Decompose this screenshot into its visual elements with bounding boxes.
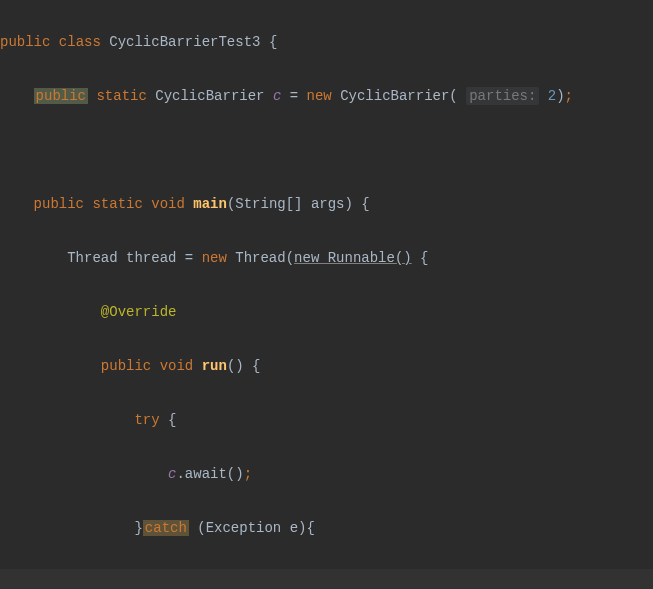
keyword-public: public bbox=[0, 34, 50, 50]
code-line: c.await(); bbox=[0, 461, 653, 488]
decl: Thread thread = bbox=[67, 250, 201, 266]
code-line: public static void main(String[] args) { bbox=[0, 191, 653, 218]
semicolon: ; bbox=[565, 88, 573, 104]
open-brace: { bbox=[269, 34, 277, 50]
code-line: try { bbox=[0, 407, 653, 434]
type-name: CyclicBarrier bbox=[155, 88, 264, 104]
static-field: c bbox=[273, 88, 281, 104]
keyword-class: class bbox=[59, 34, 101, 50]
annotation-override: @Override bbox=[101, 304, 177, 320]
semicolon: ; bbox=[244, 466, 252, 482]
keyword-static: static bbox=[96, 88, 146, 104]
code-line: }catch (Exception e){ bbox=[0, 515, 653, 542]
code-line-current bbox=[0, 569, 653, 589]
class-name: CyclicBarrierTest3 bbox=[109, 34, 260, 50]
rest: () { bbox=[227, 358, 261, 374]
code-line: public class CyclicBarrierTest3 { bbox=[0, 29, 653, 56]
keyword-new: new bbox=[202, 250, 227, 266]
keyword-void: void bbox=[160, 358, 194, 374]
method-run: run bbox=[202, 358, 227, 374]
keyword-new: new bbox=[307, 88, 332, 104]
method-call: .await() bbox=[176, 466, 243, 482]
number-literal: 2 bbox=[548, 88, 556, 104]
ctor-call: Thread( bbox=[227, 250, 294, 266]
equals: = bbox=[290, 88, 298, 104]
open-brace: { bbox=[168, 412, 176, 428]
anonymous-runnable: new Runnable() bbox=[294, 250, 412, 266]
keyword-public: public bbox=[34, 196, 84, 212]
close-brace: } bbox=[134, 520, 142, 536]
open-brace: { bbox=[412, 250, 429, 266]
catch-clause: (Exception e){ bbox=[189, 520, 315, 536]
method-main: main bbox=[193, 196, 227, 212]
code-line: @Override bbox=[0, 299, 653, 326]
code-line: public static CyclicBarrier c = new Cycl… bbox=[0, 83, 653, 110]
code-line: Thread thread = new Thread(new Runnable(… bbox=[0, 245, 653, 272]
code-editor[interactable]: public class CyclicBarrierTest3 { public… bbox=[0, 0, 653, 589]
method-params: (String[] args) bbox=[227, 196, 353, 212]
open-brace: { bbox=[361, 196, 369, 212]
keyword-public: public bbox=[101, 358, 151, 374]
keyword-void: void bbox=[151, 196, 185, 212]
keyword-try: try bbox=[134, 412, 159, 428]
code-line-empty bbox=[0, 137, 653, 164]
keyword-public-highlighted: public bbox=[34, 88, 88, 104]
close-paren: ) bbox=[556, 88, 564, 104]
parameter-hint: parties: bbox=[466, 87, 539, 105]
keyword-catch-highlighted: catch bbox=[143, 520, 189, 536]
constructor-name: CyclicBarrier bbox=[340, 88, 449, 104]
open-paren: ( bbox=[449, 88, 466, 104]
code-line: public void run() { bbox=[0, 353, 653, 380]
keyword-static: static bbox=[92, 196, 142, 212]
